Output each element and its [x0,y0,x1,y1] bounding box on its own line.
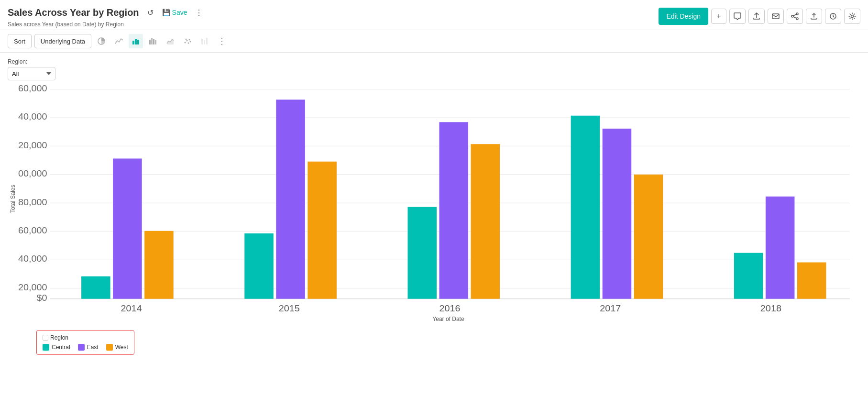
svg-text:2017: 2017 [600,303,621,313]
scatter-chart-icon [183,37,192,45]
bar-2018-west [797,263,826,299]
bar-2015-east [276,99,305,298]
chart-content: Region: All Central East West Total Sale… [0,53,868,361]
filter-section: Region: All Central East West [8,58,860,80]
pie-chart-button[interactable] [94,34,109,48]
history-icon [829,12,837,20]
svg-point-3 [796,18,798,20]
upload-icon [810,12,818,20]
svg-point-15 [185,42,186,44]
export-button[interactable] [748,9,765,24]
header-title-row: Sales Across Year by Region ↺ 💾 Save ⋮ [8,5,207,20]
underlying-data-button[interactable]: Underlying Data [34,34,91,48]
more-options-button[interactable]: ⋮ [191,5,207,20]
pie-chart-icon [97,37,106,45]
legend-label-east: East [87,344,99,351]
legend-color-west [106,344,113,351]
export-icon [753,12,760,20]
svg-rect-22 [204,40,205,44]
bar-2014-east [113,158,142,298]
settings-button[interactable] [844,9,860,24]
line-chart-button[interactable] [111,34,126,48]
bar-chart-svg: $160,000 $140,000 $120,000 $100,000 $80,… [18,84,860,314]
svg-text:$160,000: $160,000 [18,84,47,93]
svg-rect-8 [135,39,137,44]
svg-text:$0: $0 [37,293,47,302]
area-chart-button[interactable] [163,34,177,48]
svg-point-1 [796,13,798,15]
settings-icon [848,12,856,20]
area-chart-icon [166,37,175,45]
bar-2014-west [144,231,174,299]
scatter-chart-button[interactable] [180,34,195,48]
refresh-button[interactable]: ↺ [143,5,158,20]
svg-text:$120,000: $120,000 [18,140,47,150]
legend-label-west: West [115,344,128,351]
header-left: Sales Across Year by Region ↺ 💾 Save ⋮ S… [8,5,207,28]
svg-text:$100,000: $100,000 [18,169,47,178]
sort-button[interactable]: Sort [8,34,32,48]
grouped-bar-button[interactable] [146,34,160,48]
svg-rect-7 [132,41,134,44]
legend-color-east [78,344,85,351]
bar-2017-central [571,116,600,299]
bar-chart-button[interactable] [129,34,143,48]
legend-items: Central East West [43,344,128,351]
legend-color-central [43,344,49,351]
history-button[interactable] [825,9,841,24]
bar-2016-east [439,122,469,298]
email-button[interactable] [768,9,784,24]
add-button[interactable]: + [711,9,726,24]
bar-2015-central [244,233,274,299]
region-filter-select[interactable]: All Central East West [8,67,55,80]
app-container: Sales Across Year by Region ↺ 💾 Save ⋮ S… [0,0,868,361]
svg-point-20 [190,41,191,43]
legend-item-east: East [78,344,99,351]
page-title: Sales Across Year by Region [8,7,139,18]
svg-rect-12 [153,39,154,44]
header: Sales Across Year by Region ↺ 💾 Save ⋮ S… [0,0,868,30]
svg-rect-11 [151,38,153,44]
upload-button[interactable] [806,9,822,24]
svg-rect-9 [137,40,139,44]
disabled-chart-icon [200,37,209,45]
bar-2015-west [308,162,337,299]
svg-point-17 [186,39,187,40]
y-axis-label: Total Sales [8,84,16,314]
bar-2016-central [407,207,437,299]
bar-2017-west [634,175,663,299]
svg-point-2 [791,15,793,17]
grouped-bar-icon [149,37,157,45]
svg-rect-21 [201,39,203,44]
legend-label-central: Central [52,344,70,351]
save-label: Save [172,9,187,16]
legend-item-west: West [106,344,128,351]
svg-text:$140,000: $140,000 [18,112,47,121]
save-button[interactable]: 💾 Save [162,9,187,16]
comment-icon [734,12,741,20]
svg-text:2018: 2018 [760,303,781,313]
svg-point-16 [187,40,188,42]
comment-button[interactable] [729,9,746,24]
edit-design-button[interactable]: Edit Design [659,8,708,25]
header-actions: Edit Design + [659,8,860,25]
share-icon [791,12,799,20]
legend-title-text: Region [50,334,68,341]
svg-text:2014: 2014 [121,303,142,313]
email-icon [772,12,780,20]
bar-chart-icon [132,37,140,45]
svg-point-5 [851,15,854,18]
svg-text:$80,000: $80,000 [18,197,47,207]
svg-rect-23 [206,38,208,44]
chart-toolbar: Sort Underlying Data [0,30,868,53]
svg-point-18 [189,39,190,41]
more-chart-options-button[interactable]: ⋮ [215,34,229,48]
disabled-chart-button [198,34,212,48]
bar-2014-central [81,276,110,299]
bar-2017-east [603,129,632,299]
svg-point-19 [188,43,189,44]
chart-container: Total Sales $160,000 $140,000 [8,84,860,314]
save-icon: 💾 [162,9,170,16]
legend-checkbox[interactable] [43,335,48,341]
share-button[interactable] [787,9,803,24]
